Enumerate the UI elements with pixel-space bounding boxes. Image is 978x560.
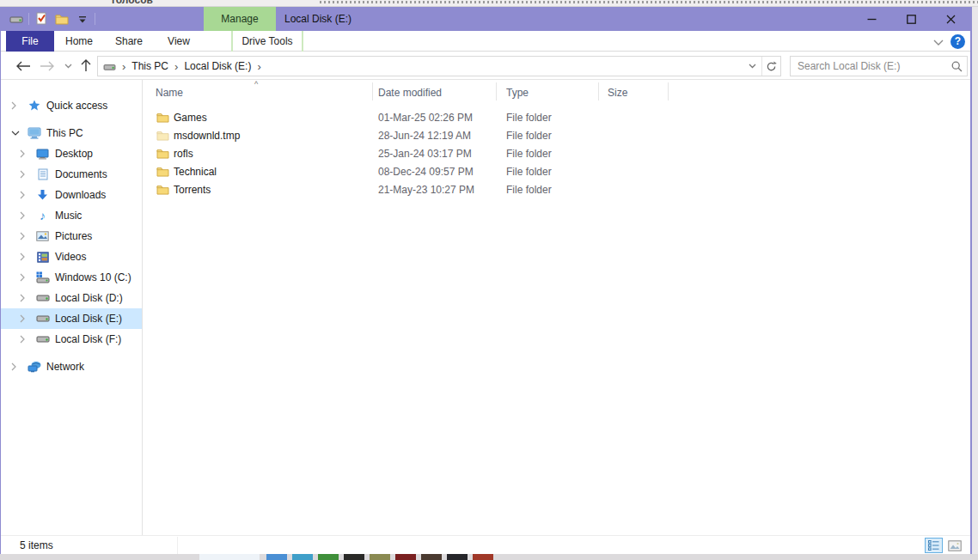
- column-header-date-modified[interactable]: Date modified: [378, 87, 442, 99]
- recent-locations-icon[interactable]: [61, 52, 75, 80]
- drive-icon: [35, 334, 50, 344]
- help-icon[interactable]: ?: [950, 34, 965, 49]
- sidebar-item-local-disk-f[interactable]: Local Disk (F:): [1, 329, 142, 350]
- file-row-msdownld-tmp[interactable]: msdownld.tmp 28-Jun-24 12:19 AM File fol…: [143, 126, 970, 144]
- sidebar-item-network[interactable]: Network: [1, 356, 142, 377]
- breadcrumb: › This PC › Local Disk (E:) ›: [98, 60, 743, 73]
- up-icon[interactable]: [76, 52, 95, 80]
- ribbon-right-controls: ?: [933, 31, 965, 52]
- chevron-right-icon[interactable]: [20, 314, 28, 323]
- file-row-rofls[interactable]: rofls 25-Jan-24 03:17 PM File folder: [143, 144, 970, 162]
- details-view-button[interactable]: [925, 538, 943, 553]
- tab-home[interactable]: Home: [54, 31, 104, 52]
- file-list: ^ Name Date modified Type Size Games 01-…: [143, 80, 970, 535]
- search-box: [790, 56, 968, 76]
- chevron-right-icon[interactable]: [20, 335, 28, 344]
- sidebar-item-label: Network: [46, 361, 84, 373]
- file-row-torrents[interactable]: Torrents 21-May-23 10:27 PM File folder: [143, 180, 970, 198]
- downloads-icon: [35, 189, 50, 201]
- sidebar-item-pictures[interactable]: Pictures: [1, 226, 142, 247]
- chevron-right-icon[interactable]: [11, 362, 20, 371]
- background-window-bottom: [0, 554, 978, 560]
- folder-icon: [156, 112, 169, 123]
- sidebar-item-this-pc[interactable]: This PC: [1, 123, 142, 143]
- chevron-down-icon[interactable]: [11, 131, 20, 136]
- properties-icon[interactable]: [31, 9, 52, 28]
- refresh-icon[interactable]: [761, 57, 780, 76]
- sidebar-item-local-disk-e[interactable]: Local Disk (E:): [1, 308, 142, 329]
- collapse-ribbon-icon[interactable]: [933, 33, 944, 49]
- column-separator[interactable]: [372, 82, 373, 100]
- column-header-name[interactable]: Name: [156, 87, 183, 99]
- background-thumbnail: [266, 554, 287, 560]
- new-folder-icon[interactable]: [52, 9, 72, 28]
- address-dropdown-icon[interactable]: [743, 57, 761, 76]
- file-date: 21-May-23 10:27 PM: [378, 184, 474, 196]
- file-row-games[interactable]: Games 01-Mar-25 02:26 PM File folder: [143, 108, 970, 126]
- tab-share[interactable]: Share: [104, 31, 154, 52]
- sidebar-item-label: Documents: [55, 168, 107, 180]
- breadcrumb-item-this-pc[interactable]: This PC: [131, 60, 168, 72]
- tab-view[interactable]: View: [154, 31, 204, 52]
- search-icon[interactable]: [946, 61, 967, 72]
- desktop-icon: [35, 149, 50, 160]
- file-date: 28-Jun-24 12:19 AM: [378, 130, 471, 142]
- folder-icon: [156, 148, 169, 159]
- sidebar-item-documents[interactable]: Documents: [1, 164, 142, 185]
- back-icon[interactable]: [13, 52, 34, 80]
- title-bar: Manage Local Disk (E:): [1, 7, 970, 31]
- file-row-technical[interactable]: Technical 08-Dec-24 09:57 PM File folder: [143, 162, 970, 180]
- pictures-icon: [35, 231, 50, 241]
- file-name: msdownld.tmp: [174, 130, 240, 142]
- sidebar-item-music[interactable]: ♪ Music: [1, 205, 142, 226]
- caption-buttons: [852, 7, 970, 31]
- chevron-right-icon[interactable]: [20, 232, 28, 240]
- sidebar-item-videos[interactable]: Videos: [1, 247, 142, 267]
- sidebar-item-local-disk-d[interactable]: Local Disk (D:): [1, 288, 142, 308]
- background-thumbnail: [421, 554, 442, 560]
- window-title: Local Disk (E:): [284, 7, 351, 31]
- chevron-right-icon[interactable]: [20, 149, 28, 158]
- file-name: rofls: [174, 148, 193, 160]
- chevron-right-icon[interactable]: [11, 101, 20, 110]
- minimize-button[interactable]: [852, 7, 891, 31]
- column-separator[interactable]: [668, 82, 669, 100]
- folder-icon: [156, 184, 169, 195]
- ribbon-tab-row: File Home Share View Drive Tools: [1, 31, 970, 52]
- sidebar-item-downloads[interactable]: Downloads: [1, 185, 142, 205]
- search-input[interactable]: [791, 60, 946, 72]
- background-thumbnail: [395, 554, 416, 560]
- chevron-right-icon[interactable]: [20, 294, 28, 302]
- documents-icon: [35, 168, 50, 180]
- column-separator[interactable]: [496, 82, 497, 100]
- tab-manage[interactable]: Manage: [204, 7, 276, 31]
- thumbnails-view-button[interactable]: [945, 538, 963, 553]
- file-name: Technical: [174, 166, 217, 178]
- column-header-type[interactable]: Type: [506, 87, 529, 99]
- chevron-right-icon[interactable]: [20, 191, 28, 199]
- drive-icon[interactable]: [6, 9, 27, 28]
- chevron-right-icon[interactable]: [20, 273, 28, 282]
- forward-icon[interactable]: [37, 52, 58, 80]
- chevron-right-icon[interactable]: [20, 253, 28, 261]
- background-text: голосов: [112, 0, 153, 6]
- chevron-right-icon[interactable]: [20, 211, 28, 220]
- maximize-button[interactable]: [891, 7, 931, 31]
- chevron-right-icon[interactable]: [20, 170, 28, 179]
- tab-drive-tools[interactable]: Drive Tools: [231, 31, 303, 52]
- sidebar-item-desktop[interactable]: Desktop: [1, 143, 142, 164]
- breadcrumb-chevron-icon: ›: [254, 60, 264, 73]
- customize-qat-icon[interactable]: [72, 9, 93, 28]
- column-header-size[interactable]: Size: [608, 87, 627, 99]
- background-thumbnail: [370, 554, 390, 560]
- quick-access-star-icon: [27, 100, 41, 112]
- background-window-top: голосов: [0, 0, 978, 7]
- sidebar-item-quick-access[interactable]: Quick access: [1, 95, 142, 116]
- tab-file[interactable]: File: [6, 31, 54, 52]
- close-button[interactable]: [931, 7, 970, 31]
- breadcrumb-item-local-disk-e[interactable]: Local Disk (E:): [184, 60, 251, 72]
- sidebar-item-label: Windows 10 (C:): [55, 271, 131, 283]
- column-separator[interactable]: [598, 82, 599, 100]
- address-bar[interactable]: › This PC › Local Disk (E:) ›: [97, 56, 781, 76]
- sidebar-item-windows-c[interactable]: Windows 10 (C:): [1, 267, 142, 288]
